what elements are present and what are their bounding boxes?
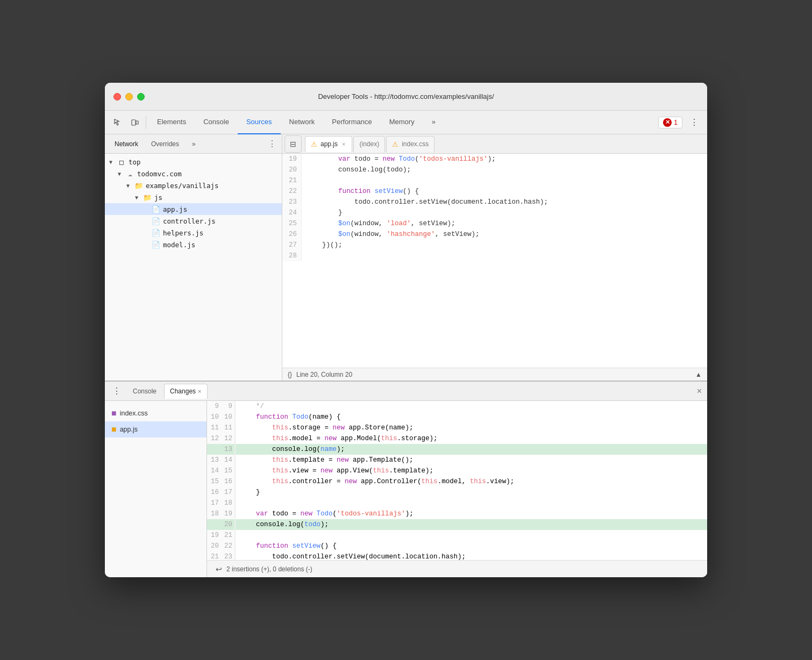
bottom-toolbar: ⋮ Console Changes × ×	[105, 382, 707, 401]
code-line-27: 27 })();	[282, 240, 707, 250]
close-bottom-panel-icon[interactable]: ×	[695, 384, 704, 398]
error-badge[interactable]: ✕ 1	[658, 117, 682, 128]
changes-editor: 9 9 */ 10 10 function Todo(name)	[207, 401, 707, 577]
diff-nums: 13	[207, 444, 236, 455]
close-changes-icon[interactable]: ×	[198, 388, 201, 394]
close-tab-icon[interactable]: ×	[341, 140, 346, 148]
line-code	[302, 175, 310, 186]
diff-nums: 21 23	[207, 551, 236, 560]
tree-label-todomvc: todomvc.com	[137, 170, 182, 178]
jump-to-line-icon[interactable]: ▲	[695, 371, 702, 378]
undo-icon[interactable]: ↩	[216, 565, 222, 573]
tree-item-todomvc[interactable]: ▼ ☁ todomvc.com	[105, 168, 282, 180]
editor-tab-index-css[interactable]: ⚠ index.css	[386, 136, 435, 152]
editor-tab-index[interactable]: (index)	[353, 136, 385, 152]
diff-nums: 20	[207, 519, 236, 530]
nav-tabs: Elements Console Sources Network Perform…	[148, 111, 658, 134]
tree-item-examples[interactable]: ▼ 📁 examples/vanillajs	[105, 180, 282, 191]
diff-old-num: 13	[207, 455, 221, 465]
tab-console[interactable]: Console	[195, 111, 238, 134]
editor-area: ⊟ ⚠ app.js × (index) ⚠ index.css	[282, 134, 707, 381]
diff-old-num: 20	[207, 541, 221, 551]
editor-tab-label-index-css: index.css	[402, 140, 429, 148]
line-code: }	[302, 207, 347, 218]
tree-arrow-empty	[144, 242, 151, 248]
diff-code: todo.controller.setView(document.locatio…	[236, 551, 707, 560]
diff-code: this.controller = new app.Controller(thi…	[236, 476, 707, 487]
main-toolbar: Elements Console Sources Network Perform…	[105, 111, 707, 134]
diff-old-num: 21	[207, 551, 221, 560]
diff-code	[236, 530, 707, 541]
tree-item-top[interactable]: ▼ □ top	[105, 156, 282, 168]
tree-arrow-empty	[144, 206, 151, 212]
line-code	[302, 250, 310, 261]
tree-label-top: top	[129, 158, 141, 166]
toolbar-right: ✕ 1 ⋮	[658, 114, 703, 131]
top-panel: Network Overrides » ⋮ ▼ □ top ▼ ☁	[105, 134, 707, 382]
changes-file-index-css[interactable]: ■ index.css	[105, 405, 206, 421]
diff-old-num: 15	[207, 476, 221, 487]
inspect-element-icon[interactable]	[109, 114, 126, 131]
tree-label-model-js: model.js	[163, 241, 195, 249]
js-file-icon: 📄	[151, 240, 161, 249]
devtools-menu-icon[interactable]: ⋮	[686, 114, 703, 131]
device-toggle-icon[interactable]	[126, 114, 144, 131]
diff-old-num: 12	[207, 433, 221, 444]
editor-tabs: ⊟ ⚠ app.js × (index) ⚠ index.css	[282, 134, 707, 154]
changes-filename-js: app.js	[120, 426, 138, 433]
title-bar: Developer Tools - http://todomvc.com/exa…	[105, 83, 707, 111]
diff-old-num: 14	[207, 465, 221, 476]
sidebar-tab-more[interactable]: »	[186, 138, 202, 150]
line-number: 22	[282, 186, 302, 197]
maximize-button[interactable]	[137, 93, 145, 101]
diff-nums: 10 10	[207, 412, 236, 422]
tab-memory[interactable]: Memory	[381, 111, 423, 134]
folder-open-icon: 📁	[134, 181, 144, 190]
sidebar-menu-icon[interactable]: ⋮	[266, 137, 279, 151]
tab-network[interactable]: Network	[281, 111, 324, 134]
status-bar: {} Line 20, Column 20 ▲	[282, 368, 707, 381]
line-number: 21	[282, 175, 302, 186]
sidebar-tab-network[interactable]: Network	[108, 138, 145, 150]
editor-tab-app-js[interactable]: ⚠ app.js ×	[305, 136, 352, 152]
diff-footer: ↩ 2 insertions (+), 0 deletions (-)	[207, 560, 707, 577]
tree-label-examples: examples/vanillajs	[146, 182, 218, 190]
sidebar-tab-overrides[interactable]: Overrides	[145, 138, 186, 150]
fold-icon[interactable]: ⊟	[284, 135, 302, 153]
format-icon[interactable]: {}	[288, 371, 292, 378]
tree-item-app-js[interactable]: 📄 app.js	[105, 203, 282, 215]
diff-nums: 9 9	[207, 401, 236, 412]
minimize-button[interactable]	[125, 93, 133, 101]
diff-nums: 18 19	[207, 508, 236, 519]
tab-more[interactable]: »	[423, 111, 444, 134]
tree-item-model-js[interactable]: 📄 model.js	[105, 239, 282, 250]
tab-elements[interactable]: Elements	[148, 111, 195, 134]
bottom-menu-icon[interactable]: ⋮	[108, 383, 125, 400]
diff-line-added: 20 console.log(todo);	[207, 519, 707, 530]
code-view[interactable]: 19 var todo = new Todo('todos-vanillajs'…	[282, 154, 707, 368]
bottom-panel: ⋮ Console Changes × × ■ index.css ■ app.…	[105, 382, 707, 577]
diff-line: 9 9 */	[207, 401, 707, 412]
diff-line: 19 21	[207, 530, 707, 541]
svg-rect-0	[132, 120, 136, 125]
diff-line: 16 17 }	[207, 487, 707, 498]
diff-code: function Todo(name) {	[236, 412, 707, 422]
diff-nums: 12 12	[207, 433, 236, 444]
tab-performance[interactable]: Performance	[323, 111, 380, 134]
diff-new-num: 10	[221, 412, 235, 422]
changes-file-app-js[interactable]: ■ app.js	[105, 421, 206, 437]
tree-item-js[interactable]: ▼ 📁 js	[105, 191, 282, 203]
bottom-tab-console[interactable]: Console	[127, 384, 162, 399]
tab-sources[interactable]: Sources	[238, 111, 281, 134]
error-count: 1	[674, 119, 678, 126]
diff-view[interactable]: 9 9 */ 10 10 function Todo(name)	[207, 401, 707, 560]
changes-filename-css: index.css	[120, 410, 148, 417]
tree-item-controller-js[interactable]: 📄 controller.js	[105, 215, 282, 227]
tree-label-app-js: app.js	[163, 205, 187, 213]
bottom-tab-changes[interactable]: Changes ×	[164, 384, 207, 399]
diff-new-num: 13	[221, 444, 235, 455]
close-button[interactable]	[113, 93, 121, 101]
diff-new-num: 15	[221, 465, 235, 476]
tree-item-helpers-js[interactable]: 📄 helpers.js	[105, 227, 282, 239]
code-line-19: 19 var todo = new Todo('todos-vanillajs'…	[282, 154, 707, 164]
